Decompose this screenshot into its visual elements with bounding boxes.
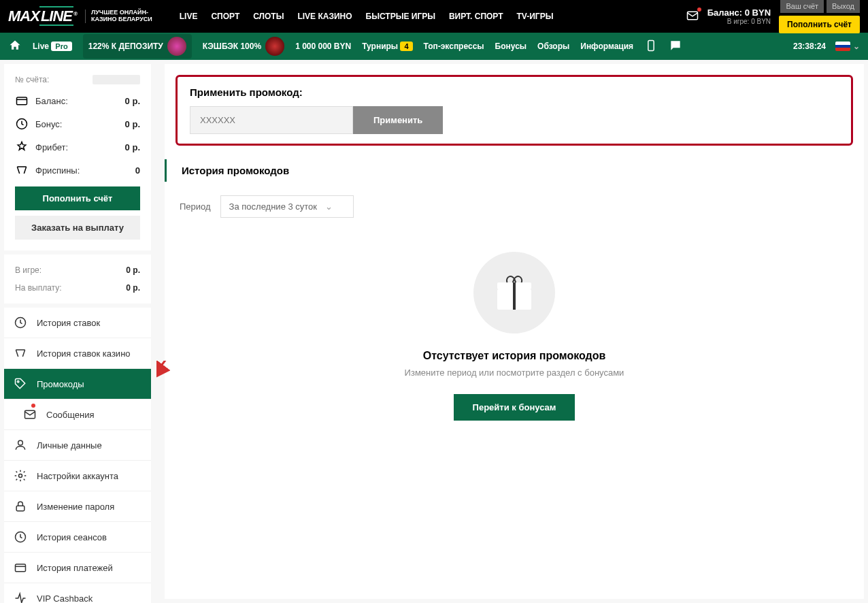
- pro-badge: Pro: [51, 42, 71, 51]
- menu-messages[interactable]: Сообщения: [4, 400, 151, 430]
- svg-rect-1: [648, 40, 654, 50]
- nav-tv-games[interactable]: TV-ИГРЫ: [517, 12, 554, 21]
- top-nav: LIVE СПОРТ СЛОТЫ LIVE КАЗИНО БЫСТРЫЕ ИГР…: [180, 12, 554, 21]
- promo-box: Применить промокод: Применить: [176, 75, 853, 146]
- in-game-text: В игре: 0 BYN: [707, 18, 771, 25]
- tagline: ЛУЧШЕЕ ОНЛАЙН-КАЗИНО БЕЛАРУСИ: [85, 10, 152, 23]
- in-game-label: В игре:: [15, 265, 41, 275]
- promo-title: Применить промокод:: [190, 86, 839, 98]
- cashback-link[interactable]: КЭШБЭК 100%: [203, 37, 284, 56]
- gift-icon: [473, 252, 555, 333]
- account-number: [93, 75, 140, 84]
- nav-slots[interactable]: СЛОТЫ: [253, 12, 284, 21]
- top-header: MAXLINE® ЛУЧШЕЕ ОНЛАЙН-КАЗИНО БЕЛАРУСИ L…: [0, 0, 868, 33]
- apply-promo-button[interactable]: Применить: [353, 106, 443, 134]
- info-link[interactable]: Информация: [580, 42, 633, 51]
- to-payout-label: На выплату:: [15, 283, 62, 293]
- reviews-link[interactable]: Обзоры: [537, 42, 569, 51]
- sub-header: Live Pro 122% К ДЕПОЗИТУ КЭШБЭК 100% 1 0…: [0, 33, 868, 60]
- freespin-value: 0: [135, 165, 140, 176]
- flag-icon: [835, 42, 850, 51]
- menu-label: VIP Cashback: [37, 593, 93, 604]
- svg-rect-11: [16, 564, 26, 572]
- svg-point-7: [18, 440, 23, 445]
- chat-icon[interactable]: [669, 39, 682, 54]
- menu-label: Промокоды: [37, 379, 84, 389]
- menu-label: История ставок казино: [37, 348, 131, 359]
- menu-settings[interactable]: Настройки аккаунта: [4, 461, 151, 491]
- empty-title: Отсутствует история промокодов: [178, 350, 850, 362]
- bonus-value: 0 р.: [125, 119, 140, 129]
- menu-label: Личные данные: [37, 440, 102, 451]
- go-to-bonuses-button[interactable]: Перейти к бонусам: [454, 394, 575, 421]
- live-link[interactable]: Live Pro: [33, 42, 72, 51]
- sidebar-menu: История ставок История ставок казино Про…: [4, 308, 151, 603]
- chevron-down-icon: ⌄: [325, 201, 333, 212]
- account-label: № счёта:: [15, 75, 49, 84]
- bonuses-link[interactable]: Бонусы: [495, 42, 527, 51]
- menu-casino-history[interactable]: История ставок казино: [4, 338, 151, 369]
- logo[interactable]: MAXLINE® ЛУЧШЕЕ ОНЛАЙН-КАЗИНО БЕЛАРУСИ: [8, 7, 152, 25]
- nav-fast-games[interactable]: БЫСТРЫЕ ИГРЫ: [366, 12, 435, 21]
- account-button[interactable]: Ваш счёт: [780, 0, 824, 13]
- nav-live-casino[interactable]: LIVE КАЗИНО: [297, 12, 352, 21]
- nav-sport[interactable]: СПОРТ: [211, 12, 239, 21]
- nav-live[interactable]: LIVE: [180, 12, 198, 21]
- svg-rect-2: [17, 97, 27, 105]
- balance-box: Баланс: 0 BYN В игре: 0 BYN: [707, 7, 771, 25]
- main-content: Применить промокод: Применить История пр…: [165, 64, 864, 599]
- menu-payments[interactable]: История платежей: [4, 553, 151, 583]
- svg-point-5: [17, 380, 19, 382]
- menu-label: История ставок: [37, 318, 100, 328]
- account-card: № счёта: Баланс:0 р. Бонус:0 р. Фрибет:0…: [4, 64, 151, 250]
- period-row: Период За последние 3 суток⌄: [165, 195, 864, 218]
- in-game-value: 0 р.: [126, 265, 140, 275]
- deposit-bonus-link[interactable]: 122% К ДЕПОЗИТУ: [83, 34, 192, 59]
- phone-icon[interactable]: [644, 39, 658, 54]
- language-selector[interactable]: ⌄: [835, 42, 860, 51]
- game-status-card: В игре:0 р. На выплату:0 р.: [4, 255, 151, 304]
- top-express-link[interactable]: Топ-экспрессы: [424, 42, 484, 51]
- empty-subtitle: Измените период или посмотрите раздел с …: [178, 368, 850, 378]
- svg-rect-9: [16, 506, 24, 511]
- million-link[interactable]: 1 000 000 BYN: [295, 42, 351, 51]
- menu-label: Изменение пароля: [37, 502, 114, 512]
- clock: 23:38:24: [793, 42, 826, 51]
- freebet-label: Фрибет:: [35, 142, 118, 152]
- promo-input[interactable]: [190, 106, 353, 134]
- menu-personal[interactable]: Личные данные: [4, 430, 151, 461]
- deposit-button[interactable]: Пополнить счёт: [15, 186, 140, 210]
- menu-label: Сообщения: [46, 410, 95, 420]
- balance-value: 0 р.: [125, 96, 140, 106]
- wallet-icon: [15, 94, 29, 108]
- to-payout-value: 0 р.: [126, 283, 140, 293]
- menu-password[interactable]: Изменение пароля: [4, 491, 151, 522]
- menu-sessions[interactable]: История сеансов: [4, 522, 151, 553]
- menu-promocodes[interactable]: Промокоды: [4, 369, 151, 400]
- balance-label: Баланс:: [35, 96, 118, 106]
- menu-label: История сеансов: [37, 532, 107, 542]
- menu-label: Настройки аккаунта: [37, 471, 118, 481]
- freebet-icon: [15, 140, 29, 154]
- bonus-icon: [15, 117, 29, 131]
- tournaments-link[interactable]: Турниры 4: [362, 42, 412, 51]
- period-select[interactable]: За последние 3 суток⌄: [220, 195, 354, 218]
- bonus-label: Бонус:: [35, 119, 118, 129]
- empty-state: Отсутствует история промокодов Измените …: [165, 218, 864, 455]
- sidebar: № счёта: Баланс:0 р. Бонус:0 р. Фрибет:0…: [4, 64, 151, 599]
- exit-button[interactable]: Выход: [827, 0, 860, 13]
- freespin-label: Фриспины:: [35, 165, 129, 176]
- menu-bet-history[interactable]: История ставок: [4, 308, 151, 338]
- svg-point-8: [19, 474, 22, 478]
- withdraw-button[interactable]: Заказать на выплату: [15, 216, 140, 240]
- home-icon[interactable]: [8, 39, 22, 54]
- menu-vip-cashback[interactable]: VIP Cashback: [4, 583, 151, 603]
- mail-icon[interactable]: [686, 9, 699, 25]
- promo-icon2: [265, 37, 284, 56]
- balance-text: Баланс: 0 BYN: [707, 7, 771, 18]
- top-right: Баланс: 0 BYN В игре: 0 BYN Ваш счёт Вых…: [686, 0, 860, 33]
- freebet-value: 0 р.: [125, 142, 140, 152]
- history-title: История промокодов: [165, 159, 864, 182]
- nav-virt-sport[interactable]: ВИРТ. СПОРТ: [449, 12, 503, 21]
- deposit-button-top[interactable]: Пополнить счёт: [779, 16, 860, 33]
